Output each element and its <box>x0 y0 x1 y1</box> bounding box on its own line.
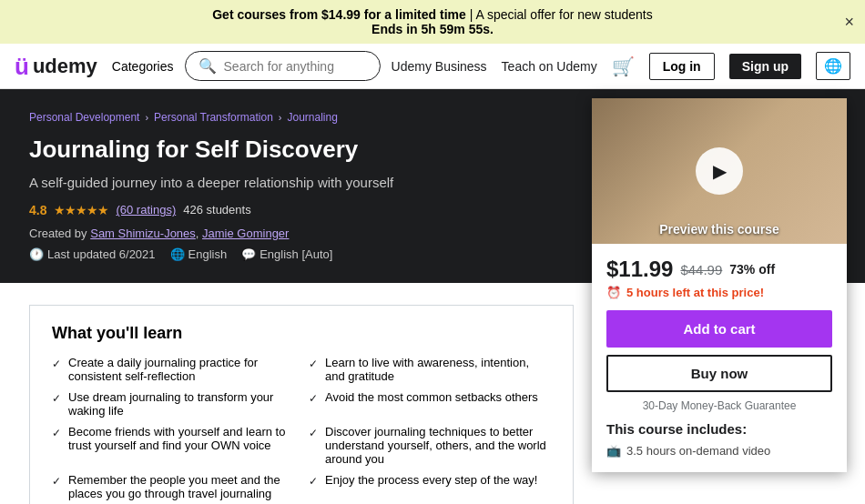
includes-item-video: 📺 3.5 hours on-demand video <box>606 442 832 459</box>
learn-item: ✓Become friends with yourself and learn … <box>52 425 294 466</box>
add-to-cart-button[interactable]: Add to cart <box>606 310 832 348</box>
check-icon: ✓ <box>52 392 61 405</box>
price-original: $44.99 <box>680 262 722 277</box>
check-icon: ✓ <box>309 475 318 488</box>
search-bar: 🔍 <box>185 51 381 81</box>
clock-icon: 🕐 <box>29 247 44 261</box>
signup-button[interactable]: Sign up <box>729 54 801 79</box>
buy-now-button[interactable]: Buy now <box>606 355 832 392</box>
banner-text: Get courses from $14.99 for a limited ti… <box>212 7 653 36</box>
learn-item: ✓Discover journaling techniques to bette… <box>309 425 551 466</box>
course-title: Journaling for Self Discovery <box>29 135 575 166</box>
captions-meta: 💬 English [Auto] <box>241 247 332 261</box>
learn-item: ✓Avoid the most common setbacks others <box>309 390 551 418</box>
learn-item: ✓Remember the people you meet and the pl… <box>52 473 294 500</box>
logo-icon: ü <box>15 55 29 78</box>
check-icon: ✓ <box>52 427 61 439</box>
rating-count[interactable]: (60 ratings) <box>116 203 176 217</box>
language-button[interactable]: 🌐 <box>816 52 850 80</box>
alarm-icon: ⏰ <box>606 286 621 299</box>
check-icon: ✓ <box>52 358 61 370</box>
nav-links: Udemy Business Teach on Udemy 🛒 Log in S… <box>392 52 850 80</box>
language-meta: 🌐 English <box>170 247 228 261</box>
play-button[interactable]: ▶ <box>696 147 743 195</box>
login-button[interactable]: Log in <box>649 53 715 80</box>
learn-item: ✓Create a daily journaling practice for … <box>52 356 294 383</box>
video-icon: 📺 <box>606 444 621 458</box>
teach-link[interactable]: Teach on Udemy <box>502 59 597 74</box>
breadcrumb-sep-1: › <box>145 112 148 123</box>
udemy-logo[interactable]: ü udemy <box>15 55 97 78</box>
rating-row: 4.8 ★★★★★ (60 ratings) 426 students <box>29 203 575 217</box>
discount-badge: 73% off <box>729 262 775 277</box>
categories-button[interactable]: Categories <box>112 59 174 74</box>
check-icon: ✓ <box>52 475 61 488</box>
learn-item: ✓Enjoy the process every step of the way… <box>309 473 551 500</box>
author1-link[interactable]: Sam Shimizu-Jones <box>90 227 196 240</box>
check-icon: ✓ <box>309 427 318 439</box>
learn-item: ✓Learn to live with awareness, intention… <box>309 356 551 383</box>
price-row: $11.99 $44.99 73% off <box>606 257 832 282</box>
udemy-business-link[interactable]: Udemy Business <box>392 59 487 74</box>
author2-link[interactable]: Jamie Gominger <box>202 227 289 240</box>
rating-number: 4.8 <box>29 203 46 217</box>
learn-title: What you'll learn <box>52 324 551 343</box>
course-card: ▶ Preview this course $11.99 $44.99 73% … <box>592 98 847 472</box>
breadcrumb: Personal Development › Personal Transfor… <box>29 111 575 124</box>
updated-meta: 🕐 Last updated 6/2021 <box>29 247 156 261</box>
meta-row: 🕐 Last updated 6/2021 🌐 English 💬 Englis… <box>29 247 575 261</box>
includes-title: This course includes: <box>606 421 832 437</box>
globe-icon: 🌐 <box>170 247 185 261</box>
created-by: Created by Sam Shimizu-Jones, Jamie Gomi… <box>29 227 575 240</box>
course-subtitle: A self-guided journey into a deeper rela… <box>29 175 575 190</box>
student-count: 426 students <box>183 203 250 217</box>
price-current: $11.99 <box>606 257 673 282</box>
promo-banner: Get courses from $14.99 for a limited ti… <box>0 0 865 44</box>
breadcrumb-item-3[interactable]: Journaling <box>287 111 337 124</box>
course-preview[interactable]: ▶ Preview this course <box>592 98 847 244</box>
hero-section: Personal Development › Personal Transfor… <box>0 89 865 283</box>
learn-box: What you'll learn ✓Create a daily journa… <box>29 305 574 504</box>
preview-label: Preview this course <box>592 222 847 237</box>
breadcrumb-item-2[interactable]: Personal Transformation <box>154 111 273 124</box>
hero-content: Personal Development › Personal Transfor… <box>29 111 575 261</box>
captions-icon: 💬 <box>241 247 256 261</box>
urgency-message: ⏰ 5 hours left at this price! <box>606 286 832 299</box>
guarantee-text: 30-Day Money-Back Guarantee <box>606 399 832 412</box>
search-input[interactable] <box>224 59 367 74</box>
navbar: ü udemy Categories 🔍 Udemy Business Teac… <box>0 44 865 89</box>
learn-item: ✓Use dream journaling to transform your … <box>52 390 294 418</box>
breadcrumb-item-1[interactable]: Personal Development <box>29 111 139 124</box>
search-icon: 🔍 <box>198 57 217 75</box>
banner-close-button[interactable]: × <box>844 13 854 32</box>
card-body: $11.99 $44.99 73% off ⏰ 5 hours left at … <box>592 244 847 472</box>
check-icon: ✓ <box>309 358 318 370</box>
check-icon: ✓ <box>309 392 318 405</box>
star-icons: ★★★★★ <box>54 203 108 217</box>
breadcrumb-sep-2: › <box>279 112 282 123</box>
cart-icon[interactable]: 🛒 <box>612 55 635 77</box>
learn-grid: ✓Create a daily journaling practice for … <box>52 356 551 500</box>
